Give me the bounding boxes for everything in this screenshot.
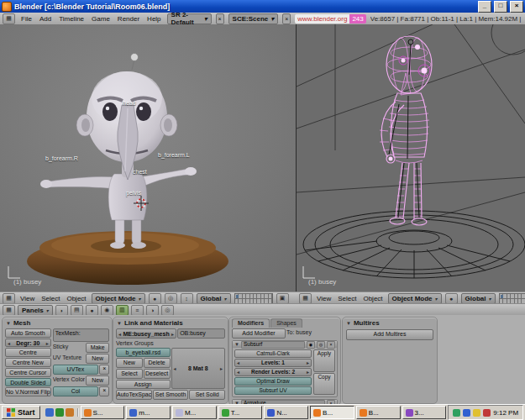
collapse-icon[interactable]: ▼ [234, 342, 239, 347]
world-icon[interactable]: ◎ [161, 305, 174, 316]
increment-arrow-icon[interactable]: ▸ [46, 340, 49, 346]
layer-buttons[interactable] [499, 293, 525, 304]
uvtex-field[interactable]: UVTex [53, 365, 99, 375]
scene-selector[interactable]: SCE:Scene ▾ [228, 13, 279, 24]
increment-arrow-icon[interactable]: ▸ [307, 369, 309, 375]
taskbar-app-button[interactable]: S... [81, 406, 125, 419]
collapse-icon[interactable]: ▼ [346, 321, 351, 326]
delete-modifier-icon[interactable]: × [327, 341, 335, 349]
minimize-button[interactable]: _ [478, 1, 491, 13]
menu-help[interactable]: Help [145, 15, 162, 23]
object-name-field[interactable]: OB:busey [177, 328, 225, 339]
tab-modifiers[interactable]: Modifiers [232, 318, 270, 328]
col-field[interactable]: Col [53, 386, 99, 396]
subsurf-uv-toggle[interactable]: Subsurf UV [234, 386, 312, 395]
tab-shapes[interactable]: Shapes [270, 318, 302, 328]
set-solid-button[interactable]: Set Solid [189, 390, 225, 400]
apply-modifier-button[interactable]: Apply [313, 349, 335, 372]
logic-icon[interactable]: ◗ [55, 305, 68, 316]
levels-field[interactable]: ◂ Levels: 1 ▸ [234, 359, 312, 367]
browse-left-icon[interactable]: ◂ [118, 331, 121, 337]
screen-delete-button[interactable]: × [216, 13, 224, 24]
add-modifier-button[interactable]: Add Modifier [232, 328, 286, 339]
group-assign-button[interactable]: Assign [116, 380, 171, 389]
menu-render[interactable]: Render [116, 15, 141, 23]
view-menu[interactable]: View [315, 295, 333, 302]
group-delete-button[interactable]: Delete [144, 358, 171, 368]
render-levels-field[interactable]: ◂ Render Levels: 2 ▸ [234, 368, 312, 376]
no-vnormal-flip-toggle[interactable]: No V.Normal Flip [5, 387, 51, 396]
taskbar-app-button[interactable]: B... [356, 406, 401, 419]
manipulator-icon[interactable]: ↕ [181, 293, 193, 304]
editor-type-icon[interactable]: ▦ [3, 293, 15, 304]
draw-type-icon[interactable]: ● [149, 293, 161, 304]
pivot-icon[interactable]: ◎ [165, 293, 177, 304]
realtime-toggle-icon[interactable]: ◎ [317, 341, 325, 349]
lock-icon[interactable]: ▣ [276, 293, 289, 304]
quick-launch-icon[interactable] [45, 408, 54, 417]
sticky-make-button[interactable]: Make [86, 343, 109, 353]
layer-buttons[interactable] [234, 293, 273, 304]
decrement-arrow-icon[interactable]: ◂ [237, 369, 239, 375]
scene-context-icon[interactable]: ≡ [131, 305, 144, 316]
quick-launch-icon[interactable] [55, 408, 64, 417]
uv-texture-new-button[interactable]: New [86, 354, 109, 364]
taskbar-app-button[interactable]: M... [172, 406, 217, 419]
close-button[interactable]: × [510, 1, 523, 13]
tray-icon[interactable] [483, 409, 491, 417]
optimal-draw-toggle[interactable]: Optimal Draw [234, 377, 312, 386]
editing-context-icon[interactable]: ▥ [116, 305, 129, 316]
menu-add[interactable]: Add [38, 15, 53, 23]
double-sided-toggle[interactable]: Double Sided [5, 378, 51, 387]
uvtex-delete-button[interactable]: × [99, 365, 109, 375]
orientation-dropdown[interactable]: Global ▾ [197, 293, 231, 304]
3d-viewport-left[interactable]: head chest pelvis b_forearm.R b_forearm.… [0, 24, 297, 291]
menu-timeline[interactable]: Timeline [57, 15, 86, 23]
collapse-icon[interactable]: ▼ [117, 321, 122, 326]
script-icon[interactable]: ▤ [71, 305, 83, 316]
texmesh-field[interactable]: TexMesh: [53, 328, 110, 342]
maximize-button[interactable]: □ [494, 1, 507, 13]
taskbar-app-button[interactable]: 3... [402, 406, 447, 419]
mat-right-icon[interactable]: ▸ [220, 365, 223, 371]
view-menu[interactable]: View [18, 295, 36, 302]
browse-right-icon[interactable]: ▸ [171, 331, 174, 337]
collapse-icon[interactable]: ▼ [6, 321, 11, 326]
3d-viewport-right[interactable]: (1) busey [297, 24, 525, 291]
screen-selector[interactable]: SR 2-Default ▾ [167, 13, 212, 24]
mode-dropdown[interactable]: Object Mode ▾ [92, 293, 145, 304]
object-menu[interactable]: Object [65, 295, 87, 302]
vertex-color-new-button[interactable]: New [86, 375, 109, 386]
copy-modifier-button[interactable]: Copy [313, 373, 335, 396]
menu-game[interactable]: Game [90, 15, 112, 23]
mat-left-icon[interactable]: ◂ [174, 365, 176, 371]
autotexspace-toggle[interactable]: AutoTexSpace [116, 390, 152, 400]
taskbar-app-button[interactable]: T... [218, 406, 263, 419]
mode-dropdown[interactable]: Object Mode ▾ [388, 293, 442, 304]
col-delete-button[interactable]: × [99, 386, 109, 396]
scene-delete-button[interactable]: × [282, 13, 291, 24]
mesh-datablock-field[interactable]: ◂ ME:busey_mesh ▸ [116, 328, 176, 339]
decrement-arrow-icon[interactable]: ◂ [8, 340, 10, 346]
vertex-group-name-field[interactable]: b_eyeball.rsd [116, 348, 171, 357]
material-slot-field[interactable]: ◂ 8 Mat 8 ▸ [171, 348, 226, 389]
editor-type-icon[interactable]: ▦ [299, 293, 312, 304]
render-toggle-icon[interactable]: ◉ [307, 341, 315, 349]
set-smooth-button[interactable]: Set Smooth [153, 390, 189, 400]
taskbar-app-button-active[interactable]: B... [310, 406, 354, 419]
start-button[interactable]: Start [2, 406, 40, 419]
quick-launch-icon[interactable] [66, 408, 74, 417]
group-select-button[interactable]: Select [116, 369, 143, 379]
object-context-icon[interactable]: ◉ [101, 305, 113, 316]
tray-icon[interactable] [463, 409, 470, 417]
shading-icon[interactable]: ● [86, 305, 98, 316]
tray-icon[interactable] [473, 409, 480, 417]
auto-smooth-button[interactable]: Auto Smooth [5, 328, 51, 338]
editor-type-icon[interactable]: ▦ [3, 13, 15, 24]
panels-menu[interactable]: Panels ▾ [18, 305, 53, 316]
blender-site-link[interactable]: www.blender.org [295, 14, 349, 24]
select-menu[interactable]: Select [39, 295, 61, 302]
add-multires-button[interactable]: Add Multires [346, 329, 433, 340]
buttons-editor-type-icon[interactable]: ▦ [3, 305, 15, 316]
tray-icon[interactable] [453, 409, 460, 417]
